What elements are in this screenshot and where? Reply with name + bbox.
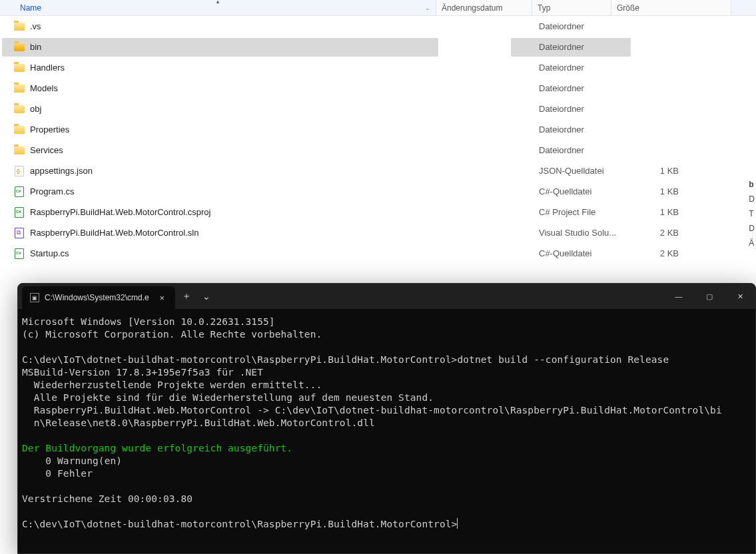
cell-name[interactable]: Program.cs <box>2 182 438 201</box>
column-header-type[interactable]: Typ <box>532 0 611 15</box>
file-name: obj <box>30 104 41 114</box>
sort-asc-icon: ▲ <box>215 0 220 5</box>
file-row[interactable]: PropertiesDateiordner <box>0 119 756 140</box>
terminal-line <box>22 480 751 493</box>
terminal-line: (c) Microsoft Corporation. Alle Rechte v… <box>22 328 751 341</box>
file-type: C#-Quelldatei <box>511 244 631 263</box>
folder-icon <box>14 63 25 73</box>
terminal-titlebar[interactable]: ▣ C:\Windows\System32\cmd.e × ＋ ⌄ — ▢ ✕ <box>18 284 755 309</box>
tab-close-button[interactable]: × <box>157 293 167 303</box>
column-header-label: Größe <box>617 3 639 13</box>
terminal-line: Der Buildvorgang wurde erfolgreich ausge… <box>22 442 751 455</box>
file-type: Visual Studio Solu... <box>511 224 631 242</box>
terminal-line: MSBuild-Version 17.8.3+195e7f5a3 für .NE… <box>22 366 751 379</box>
csharp-file-icon <box>14 248 25 259</box>
file-rows: .vsDateiordnerbinDateiordnerHandlersDate… <box>0 16 756 264</box>
terminal-line <box>22 429 751 442</box>
file-name: Startup.cs <box>30 248 69 258</box>
file-type: Dateiordner <box>511 17 631 36</box>
cell-name[interactable]: Properties <box>2 121 438 139</box>
file-row[interactable]: RaspberryPi.BuildHat.Web.MotorControl.cs… <box>0 202 756 222</box>
terminal-line: Verstrichene Zeit 00:00:03.80 <box>22 493 751 505</box>
column-header-label: Name <box>20 3 41 13</box>
file-row[interactable]: .vsDateiordner <box>0 16 756 37</box>
terminal-line: 0 Fehler <box>22 467 751 480</box>
folder-icon <box>14 21 25 32</box>
file-size: 1 KB <box>631 207 684 217</box>
column-header-label: Typ <box>538 3 550 13</box>
terminal-tab[interactable]: ▣ C:\Windows\System32\cmd.e × <box>22 286 175 309</box>
details-pane-letter: Ä <box>749 236 755 250</box>
folder-icon <box>14 125 25 135</box>
folder-icon <box>14 83 25 94</box>
file-name: bin <box>30 42 41 52</box>
file-size: 1 KB <box>631 186 684 196</box>
cell-name[interactable]: RaspberryPi.BuildHat.Web.MotorControl.cs… <box>2 203 438 222</box>
chevron-down-icon[interactable]: ⌄ <box>425 5 430 11</box>
file-row[interactable]: Program.csC#-Quelldatei1 KB <box>0 181 756 202</box>
file-row[interactable]: RaspberryPi.BuildHat.Web.MotorControl.sl… <box>0 222 756 243</box>
cmd-icon: ▣ <box>30 293 39 302</box>
folder-open-icon <box>14 42 25 53</box>
file-name: Services <box>30 145 63 155</box>
file-size: 2 KB <box>631 248 684 258</box>
file-row[interactable]: binDateiordner <box>0 37 756 57</box>
file-type: C# Project File <box>511 203 631 222</box>
tab-title: C:\Windows\System32\cmd.e <box>45 293 149 302</box>
terminal-line: 0 Warnung(en) <box>22 455 751 467</box>
file-name: Properties <box>30 125 69 135</box>
csharp-file-icon <box>14 186 25 197</box>
file-type: Dateiordner <box>511 141 631 160</box>
cursor <box>457 518 458 529</box>
details-pane-letter: T <box>749 206 755 221</box>
file-name: Models <box>30 83 58 93</box>
terminal-line: C:\dev\IoT\dotnet-buildhat-motorcontrol\… <box>22 518 751 531</box>
cell-name[interactable]: .vs <box>2 17 438 36</box>
cell-name[interactable]: appsettings.json <box>2 162 438 180</box>
terminal-line: C:\dev\IoT\dotnet-buildhat-motorcontrol\… <box>22 354 751 366</box>
cell-name[interactable]: bin <box>2 38 438 57</box>
column-header-size[interactable]: Größe <box>611 0 731 15</box>
terminal-line: RaspberryPi.BuildHat.Web.MotorControl ->… <box>22 404 751 417</box>
file-size: 1 KB <box>631 166 684 176</box>
cell-name[interactable]: Models <box>2 79 438 98</box>
file-row[interactable]: objDateiordner <box>0 99 756 119</box>
file-name: RaspberryPi.BuildHat.Web.MotorControl.cs… <box>30 207 210 217</box>
file-row[interactable]: HandlersDateiordner <box>0 57 756 78</box>
file-type: JSON-Quelldatei <box>511 162 631 180</box>
details-pane-fragment: bDTDÄ <box>749 177 755 250</box>
file-type: Dateiordner <box>511 79 631 98</box>
terminal-line <box>22 341 751 354</box>
file-type: Dateiordner <box>511 100 631 119</box>
minimize-button[interactable]: — <box>663 284 694 309</box>
cell-name[interactable]: obj <box>2 100 438 119</box>
cell-name[interactable]: Services <box>2 141 438 160</box>
csproj-file-icon <box>14 207 25 218</box>
folder-icon <box>14 145 25 156</box>
terminal-output[interactable]: Microsoft Windows [Version 10.0.22631.31… <box>18 309 755 535</box>
terminal-line: Wiederherzustellende Projekte werden erm… <box>22 379 751 392</box>
maximize-button[interactable]: ▢ <box>694 284 725 309</box>
file-row[interactable]: appsettings.jsonJSON-Quelldatei1 KB <box>0 160 756 181</box>
cell-name[interactable]: Handlers <box>2 59 438 77</box>
close-button[interactable]: ✕ <box>725 284 755 309</box>
file-row[interactable]: ServicesDateiordner <box>0 140 756 160</box>
new-tab-button[interactable]: ＋ <box>177 284 196 309</box>
file-name: appsettings.json <box>30 166 93 176</box>
cell-name[interactable]: Startup.cs <box>2 244 438 263</box>
column-headers: Name ▲ ⌄ Änderungsdatum Typ Größe <box>0 0 756 16</box>
cell-name[interactable]: RaspberryPi.BuildHat.Web.MotorControl.sl… <box>2 224 438 242</box>
terminal-line: n\Release\net8.0\RaspberryPi.BuildHat.We… <box>22 417 751 429</box>
file-type: Dateiordner <box>511 59 631 77</box>
file-type: C#-Quelldatei <box>511 182 631 201</box>
file-row[interactable]: ModelsDateiordner <box>0 78 756 99</box>
column-header-date[interactable]: Änderungsdatum <box>436 0 532 15</box>
file-type: Dateiordner <box>511 121 631 139</box>
column-header-name[interactable]: Name ▲ ⌄ <box>0 0 436 15</box>
terminal-line: Microsoft Windows [Version 10.0.22631.31… <box>22 316 751 328</box>
file-name: .vs <box>30 21 41 31</box>
tab-dropdown-button[interactable]: ⌄ <box>196 284 216 309</box>
file-row[interactable]: Startup.csC#-Quelldatei2 KB <box>0 243 756 264</box>
terminal-line <box>22 505 751 518</box>
file-name: Program.cs <box>30 186 74 196</box>
